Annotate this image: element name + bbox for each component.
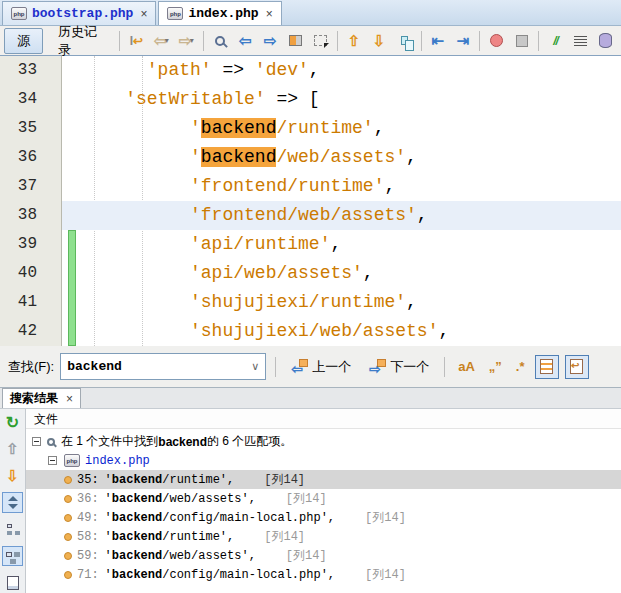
code-line[interactable]: 'shujujiexi/web/assets',: [62, 317, 621, 346]
find-next-icon[interactable]: ⇨: [259, 29, 282, 52]
start-macro-recording-icon[interactable]: [485, 29, 508, 52]
match-row[interactable]: 59:'backend/web/assets', [列14]: [26, 546, 621, 565]
match-text: ': [105, 568, 112, 582]
tab-search-results[interactable]: 搜索结果 ×: [2, 388, 81, 408]
code-operator: =>: [266, 89, 309, 109]
root-text-prefix: 在 1 个文件中找到: [61, 433, 158, 450]
code-line[interactable]: 'shujujiexi/runtime',: [62, 288, 621, 317]
code-string: 'frontend/runtime': [82, 176, 384, 196]
last-edit-position-icon[interactable]: I↩: [125, 29, 148, 52]
find-previous-icon[interactable]: ⇦: [234, 29, 257, 52]
find-icon[interactable]: [209, 29, 232, 52]
stop-macro-recording-icon[interactable]: [510, 29, 533, 52]
match-bullet-icon: [64, 552, 72, 560]
code-punct: ,: [417, 205, 428, 225]
flat-view-icon[interactable]: [2, 546, 23, 567]
close-icon[interactable]: ×: [66, 392, 73, 406]
find-previous-button[interactable]: ⇦ 上一个: [285, 355, 357, 379]
code-line-current[interactable]: 'frontend/web/assets',: [62, 201, 621, 230]
line-number[interactable]: 33: [0, 56, 61, 85]
line-number[interactable]: 38: [0, 201, 61, 230]
code-line[interactable]: 'api/runtime',: [62, 230, 621, 259]
line-number[interactable]: 34: [0, 85, 61, 114]
source-view-button[interactable]: 源: [4, 28, 43, 54]
code-line[interactable]: 'path' => 'dev',: [62, 56, 621, 85]
line-number[interactable]: 37: [0, 172, 61, 201]
results-column-header[interactable]: 文件: [26, 409, 621, 429]
code-string: 'path': [82, 60, 212, 80]
whole-words-toggle[interactable]: „”: [485, 357, 506, 376]
show-hierarchy-icon[interactable]: [2, 519, 23, 540]
back-navigation-icon[interactable]: ⇦▾: [150, 29, 173, 52]
match-column-info: [列14]: [264, 471, 305, 488]
code-string: 'api/runtime': [82, 234, 330, 254]
tab-index-php[interactable]: php index.php ×: [158, 1, 281, 25]
code-line[interactable]: 'setWritable' => [: [62, 85, 621, 114]
previous-icon: ⇦: [291, 359, 308, 374]
highlight-results-icon: [540, 359, 553, 374]
match-row[interactable]: 36:'backend/web/assets', [列14]: [26, 489, 621, 508]
results-tree-area: 文件 在 1 个文件中找到backend的 6 个匹配项。 php index.…: [26, 409, 621, 593]
code-line[interactable]: 'backend/web/assets',: [62, 143, 621, 172]
uncomment-icon[interactable]: [569, 29, 592, 52]
toggle-bookmark-icon[interactable]: [393, 29, 416, 52]
refresh-results-icon[interactable]: ↻: [2, 412, 23, 433]
collapse-tree-icon[interactable]: [2, 492, 23, 513]
code-line[interactable]: 'frontend/runtime',: [62, 172, 621, 201]
line-number[interactable]: 41: [0, 288, 61, 317]
line-number[interactable]: 36: [0, 143, 61, 172]
line-number[interactable]: 35: [0, 114, 61, 143]
code-line[interactable]: 'api/web/assets',: [62, 259, 621, 288]
match-term: backend: [112, 492, 162, 506]
editor-toolbar: 源 历史记录 I↩ ⇦▾ ⇨▾ ⇦ ⇨ ⇧ ⇩ ⇤ ⇥ //: [0, 26, 621, 56]
line-number[interactable]: 42: [0, 317, 61, 346]
find-label: 查找(F):: [8, 358, 54, 376]
close-icon[interactable]: ×: [140, 7, 147, 21]
database-icon[interactable]: [594, 29, 617, 52]
previous-bookmark-icon[interactable]: ⇧: [343, 29, 366, 52]
match-row[interactable]: 35:'backend/runtime', [列14]: [26, 470, 621, 489]
line-number-gutter[interactable]: 33 34 35 36 37 38 39 40 41 42: [0, 56, 62, 346]
file-name-link[interactable]: index.php: [85, 454, 150, 468]
wrap-around-toggle[interactable]: [565, 355, 589, 379]
forward-navigation-icon[interactable]: ⇨▾: [175, 29, 198, 52]
comment-icon[interactable]: //: [544, 29, 567, 52]
findbar-separator: [444, 357, 445, 377]
match-case-toggle[interactable]: aA: [454, 357, 479, 376]
shift-left-icon[interactable]: ⇤: [426, 29, 449, 52]
collapse-node-icon[interactable]: [32, 437, 41, 446]
next-match-icon[interactable]: ⇩: [2, 466, 23, 487]
previous-match-icon[interactable]: ⇧: [2, 439, 23, 460]
code-editor: 33 34 35 36 37 38 39 40 41 42 'path' => …: [0, 56, 621, 346]
toolbar-separator: [421, 31, 422, 51]
code-line[interactable]: 'backend/runtime',: [62, 114, 621, 143]
rectangular-selection-icon[interactable]: [309, 29, 332, 52]
match-row[interactable]: 71:'backend/config/main-local.php', [列14…: [26, 565, 621, 584]
results-tree: 在 1 个文件中找到backend的 6 个匹配项。 php index.php…: [26, 429, 621, 593]
chevron-down-icon[interactable]: ∨: [251, 360, 259, 373]
results-root-node[interactable]: 在 1 个文件中找到backend的 6 个匹配项。: [26, 432, 621, 451]
code-punct: ,: [406, 292, 417, 312]
close-icon[interactable]: ×: [266, 7, 273, 21]
toggle-highlight-icon[interactable]: [284, 29, 307, 52]
collapse-node-icon[interactable]: [48, 456, 57, 465]
search-input[interactable]: backend ∨: [60, 353, 266, 380]
line-number[interactable]: 40: [0, 259, 61, 288]
match-term: backend: [112, 549, 162, 563]
next-bookmark-icon[interactable]: ⇩: [368, 29, 391, 52]
code-area[interactable]: 'path' => 'dev', 'setWritable' => [ 'bac…: [62, 56, 621, 346]
highlight-results-toggle[interactable]: [535, 355, 559, 379]
code-punct: ,: [374, 118, 385, 138]
line-number[interactable]: 39: [0, 230, 61, 259]
code-punct: ,: [406, 147, 417, 167]
match-row[interactable]: 58:'backend/runtime', [列14]: [26, 527, 621, 546]
find-next-button[interactable]: ⇨ 下一个: [363, 355, 435, 379]
search-query[interactable]: backend: [67, 359, 122, 374]
match-row[interactable]: 49:'backend/config/main-local.php', [列14…: [26, 508, 621, 527]
php-file-icon: php: [11, 7, 27, 20]
results-file-node[interactable]: php index.php: [26, 451, 621, 470]
export-results-icon[interactable]: [2, 572, 23, 593]
regex-toggle[interactable]: .*: [512, 357, 529, 376]
shift-right-icon[interactable]: ⇥: [451, 29, 474, 52]
match-column-info: [列14]: [365, 509, 406, 526]
